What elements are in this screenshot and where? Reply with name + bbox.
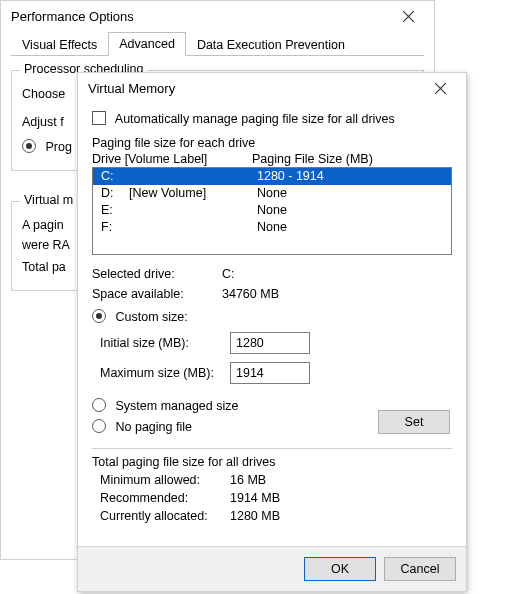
separator xyxy=(92,448,452,449)
custom-size-radio[interactable] xyxy=(92,309,106,323)
max-size-row: Maximum size (MB): xyxy=(92,362,452,384)
auto-manage-checkbox[interactable] xyxy=(92,111,106,125)
space-available-value: 34760 MB xyxy=(222,287,279,301)
min-allowed-row: Minimum allowed: 16 MB xyxy=(92,473,452,487)
drive-letter: D: xyxy=(97,185,129,202)
initial-size-key: Initial size (MB): xyxy=(92,336,230,350)
no-paging-radio[interactable] xyxy=(92,419,106,433)
perf-titlebar: Performance Options xyxy=(1,1,434,31)
auto-manage-row: Automatically manage paging file size fo… xyxy=(92,111,452,126)
vm-button-bar: OK Cancel xyxy=(78,546,466,591)
drive-row-e[interactable]: E: None xyxy=(93,202,451,219)
min-allowed-value: 16 MB xyxy=(230,473,266,487)
initial-size-row: Initial size (MB): xyxy=(92,332,452,354)
system-managed-radio[interactable] xyxy=(92,398,106,412)
tab-advanced[interactable]: Advanced xyxy=(108,32,186,56)
perf-tabs: Visual Effects Advanced Data Execution P… xyxy=(11,31,424,56)
drive-volume-label xyxy=(129,202,257,219)
tab-visual-effects[interactable]: Visual Effects xyxy=(11,33,108,56)
recommended-row: Recommended: 1914 MB xyxy=(92,491,452,505)
vm-group-title: Virtual m xyxy=(20,193,77,207)
drive-letter: E: xyxy=(97,202,129,219)
currently-allocated-key: Currently allocated: xyxy=(92,509,230,523)
currently-allocated-value: 1280 MB xyxy=(230,509,280,523)
drive-list-header: Drive [Volume Label] Paging File Size (M… xyxy=(92,152,452,166)
space-available-row: Space available: 34760 MB xyxy=(92,287,452,301)
auto-manage-label: Automatically manage paging file size fo… xyxy=(115,112,395,126)
custom-size-row: Custom size: xyxy=(92,309,452,324)
drive-letter: F: xyxy=(97,219,129,236)
ok-button[interactable]: OK xyxy=(304,557,376,581)
close-icon xyxy=(403,11,414,22)
selected-drive-row: Selected drive: C: xyxy=(92,267,452,281)
recommended-value: 1914 MB xyxy=(230,491,280,505)
drive-paging-size: None xyxy=(257,219,447,236)
set-button[interactable]: Set xyxy=(378,410,450,434)
selected-drive-value: C: xyxy=(222,267,235,281)
system-managed-label: System managed size xyxy=(115,399,238,413)
drive-paging-size: 1280 - 1914 xyxy=(257,168,447,185)
drive-volume-label: [New Volume] xyxy=(129,185,257,202)
drive-letter: C: xyxy=(97,168,129,185)
drive-row-c[interactable]: C: 1280 - 1914 xyxy=(93,168,451,185)
col-pfs-label: Paging File Size (MB) xyxy=(252,152,373,166)
tab-dep[interactable]: Data Execution Prevention xyxy=(186,33,356,56)
programs-radio-label: Prog xyxy=(45,140,71,154)
totals-title: Total paging file size for all drives xyxy=(92,455,452,469)
vm-title: Virtual Memory xyxy=(88,81,175,96)
each-drive-label: Paging file size for each drive xyxy=(92,136,452,150)
recommended-key: Recommended: xyxy=(92,491,230,505)
custom-size-label: Custom size: xyxy=(115,310,187,324)
drive-volume-label xyxy=(129,219,257,236)
drive-paging-size: None xyxy=(257,202,447,219)
perf-close-button[interactable] xyxy=(388,4,428,28)
no-paging-label: No paging file xyxy=(115,420,191,434)
initial-size-field[interactable] xyxy=(230,332,310,354)
currently-allocated-row: Currently allocated: 1280 MB xyxy=(92,509,452,523)
max-size-field[interactable] xyxy=(230,362,310,384)
min-allowed-key: Minimum allowed: xyxy=(92,473,230,487)
virtual-memory-dialog: Virtual Memory Automatically manage pagi… xyxy=(77,72,467,592)
cancel-button[interactable]: Cancel xyxy=(384,557,456,581)
drive-list[interactable]: C: 1280 - 1914 D: [New Volume] None E: N… xyxy=(92,167,452,255)
drive-volume-label xyxy=(129,168,257,185)
perf-title: Performance Options xyxy=(11,9,134,24)
programs-radio[interactable] xyxy=(22,139,36,153)
space-available-key: Space available: xyxy=(92,287,222,301)
drive-row-d[interactable]: D: [New Volume] None xyxy=(93,185,451,202)
drive-paging-size: None xyxy=(257,185,447,202)
vm-close-button[interactable] xyxy=(420,76,460,100)
selected-drive-key: Selected drive: xyxy=(92,267,222,281)
max-size-key: Maximum size (MB): xyxy=(92,366,230,380)
vm-titlebar: Virtual Memory xyxy=(78,73,466,103)
col-drive-label: Drive [Volume Label] xyxy=(92,152,252,166)
drive-row-f[interactable]: F: None xyxy=(93,219,451,236)
close-icon xyxy=(435,83,446,94)
